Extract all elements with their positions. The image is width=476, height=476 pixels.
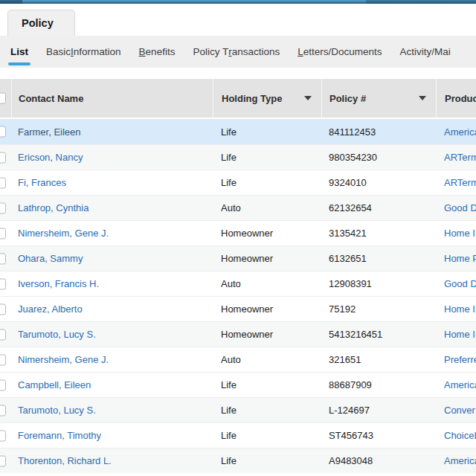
policy-table: Contact NameHolding TypePolicy #Product … <box>0 79 476 473</box>
table-row[interactable]: Iverson, Francis H.Auto12908391Good D <box>0 271 476 296</box>
cell-product[interactable]: ARTerm <box>436 152 476 163</box>
subtab-benefits[interactable]: Benefits <box>137 36 178 68</box>
column-header-label: Holding Type <box>222 93 282 104</box>
cell-product[interactable]: ChoiceL <box>436 430 476 441</box>
table-row[interactable]: Farmer, EileenLife841112453America <box>0 119 476 144</box>
row-checkbox-cell <box>0 398 11 422</box>
filter-dropdown-icon[interactable] <box>304 96 312 100</box>
cell-contact-name[interactable]: Thorenton, Richard L. <box>11 455 213 466</box>
cell-contact-name[interactable]: Lathrop, Cynthia <box>11 202 213 213</box>
cell-contact-name[interactable]: Fi, Frances <box>11 177 213 188</box>
row-checkbox[interactable] <box>0 303 6 315</box>
cell-product[interactable]: Conver <box>436 405 476 416</box>
row-checkbox-cell <box>0 322 11 347</box>
filter-dropdown-icon[interactable] <box>419 96 426 100</box>
cell-policy-number: 62132654 <box>321 202 436 213</box>
table-body: Farmer, EileenLife841112453AmericaEricso… <box>0 119 476 473</box>
cell-product[interactable]: Good D <box>436 202 476 213</box>
row-checkbox[interactable] <box>0 253 6 264</box>
row-checkbox[interactable] <box>0 126 6 138</box>
subtab-list[interactable]: List <box>8 36 30 68</box>
table-row[interactable]: Ericson, NancyLife980354230ARTerm <box>0 144 476 170</box>
cell-policy-number: 3135421 <box>321 228 436 239</box>
cell-contact-name[interactable]: Ericson, Nancy <box>11 152 213 163</box>
table-header: Contact NameHolding TypePolicy #Product <box>0 79 476 118</box>
cell-product[interactable]: ARTerm <box>436 177 476 188</box>
subtab-basic-information[interactable]: Basic Information <box>44 36 123 68</box>
cell-product[interactable]: Home I <box>436 228 476 239</box>
cell-product[interactable]: Home P <box>436 253 476 264</box>
table-row[interactable]: Lathrop, CynthiaAuto62132654Good D <box>0 195 476 220</box>
cell-product[interactable]: America <box>436 126 476 138</box>
cell-holding-type: Homeowner <box>213 253 321 264</box>
row-checkbox[interactable] <box>0 379 6 390</box>
cell-policy-number: 321651 <box>321 354 436 365</box>
row-checkbox-cell <box>0 297 11 321</box>
subtab-label-pre: Basic <box>46 46 71 57</box>
cell-contact-name[interactable]: Nimersheim, Gene J. <box>11 228 213 239</box>
tab-policy-label: Policy <box>22 17 54 29</box>
table-row[interactable]: Tarumoto, Lucy S.LifeL-124697Conver <box>0 397 476 422</box>
table-row[interactable]: Ohara, SammyHomeowner6132651Home P <box>0 245 476 271</box>
cell-product[interactable]: America <box>436 379 476 390</box>
cell-holding-type: Auto <box>213 278 321 289</box>
subtab-label-post: etters/Documents <box>303 46 382 57</box>
row-checkbox-cell <box>0 221 11 245</box>
cell-product[interactable]: Home I <box>436 303 476 315</box>
cell-holding-type: Homeowner <box>213 228 321 239</box>
row-checkbox[interactable] <box>0 228 6 239</box>
spacer <box>0 68 476 79</box>
row-checkbox-cell <box>0 423 11 448</box>
table-row[interactable]: Foremann, TimothyLifeST456743ChoiceL <box>0 422 476 448</box>
row-checkbox-cell <box>0 373 11 397</box>
row-checkbox-cell <box>0 170 11 195</box>
subtab-policy-transactions[interactable]: Policy Transactions <box>190 36 282 68</box>
cell-product[interactable]: Preferre <box>436 354 476 365</box>
row-checkbox[interactable] <box>0 354 6 365</box>
table-row[interactable]: Nimersheim, Gene J.Auto321651Preferre <box>0 347 476 372</box>
subtab-label-pre: Activity/Mai <box>400 46 451 57</box>
subtab-activity-mai[interactable]: Activity/Mai <box>398 36 453 68</box>
table-row[interactable]: Tarumoto, Lucy S.Homeowner5413216451Home… <box>0 321 476 347</box>
cell-policy-number: 12908391 <box>321 278 436 289</box>
tab-policy[interactable]: Policy <box>7 10 75 36</box>
cell-contact-name[interactable]: Tarumoto, Lucy S. <box>11 405 213 416</box>
row-checkbox[interactable] <box>0 202 6 213</box>
active-subtab-underline <box>8 62 30 65</box>
cell-contact-name[interactable]: Campbell, Eileen <box>11 379 213 390</box>
cell-policy-number: 5413216451 <box>321 329 436 340</box>
cell-contact-name[interactable]: Nimersheim, Gene J. <box>11 354 213 365</box>
cell-policy-number: 88687909 <box>321 379 436 390</box>
cell-contact-name[interactable]: Juarez, Alberto <box>11 303 213 315</box>
cell-contact-name[interactable]: Ohara, Sammy <box>11 253 213 264</box>
cell-contact-name[interactable]: Tarumoto, Lucy S. <box>11 329 213 340</box>
cell-policy-number: 6132651 <box>321 253 436 264</box>
table-row[interactable]: Thorenton, Richard L.LifeA9483048America <box>0 448 476 473</box>
cell-contact-name[interactable]: Foremann, Timothy <box>11 430 213 441</box>
table-row[interactable]: Fi, FrancesLife9324010ARTerm <box>0 170 476 195</box>
top-accent-bar <box>0 0 476 4</box>
row-checkbox[interactable] <box>0 455 6 466</box>
row-checkbox[interactable] <box>0 430 6 441</box>
subtab-letters-documents[interactable]: Letters/Documents <box>295 36 384 68</box>
row-checkbox[interactable] <box>0 152 6 163</box>
cell-holding-type: Life <box>213 379 321 390</box>
cell-contact-name[interactable]: Iverson, Francis H. <box>11 278 213 289</box>
table-row[interactable]: Nimersheim, Gene J.Homeowner3135421Home … <box>0 220 476 245</box>
cell-product[interactable]: America <box>436 455 476 466</box>
select-all-checkbox[interactable] <box>0 93 6 104</box>
header-select-all-cell <box>0 79 11 118</box>
table-row[interactable]: Juarez, AlbertoHomeowner75192Home I <box>0 296 476 321</box>
cell-product[interactable]: Good D <box>436 278 476 289</box>
cell-contact-name[interactable]: Farmer, Eileen <box>11 126 213 138</box>
subtab-label-accel: L <box>298 46 303 57</box>
cell-product[interactable]: Home I <box>436 329 476 340</box>
table-row[interactable]: Campbell, EileenLife88687909America <box>0 372 476 397</box>
subtab-label-post: nformation <box>74 46 121 57</box>
row-checkbox[interactable] <box>0 278 6 289</box>
policy-screen: Policy ListBasic InformationBenefitsPoli… <box>0 0 476 476</box>
row-checkbox[interactable] <box>0 177 6 188</box>
row-checkbox[interactable] <box>0 329 6 340</box>
row-checkbox[interactable] <box>0 405 6 416</box>
row-checkbox-cell <box>0 347 11 372</box>
